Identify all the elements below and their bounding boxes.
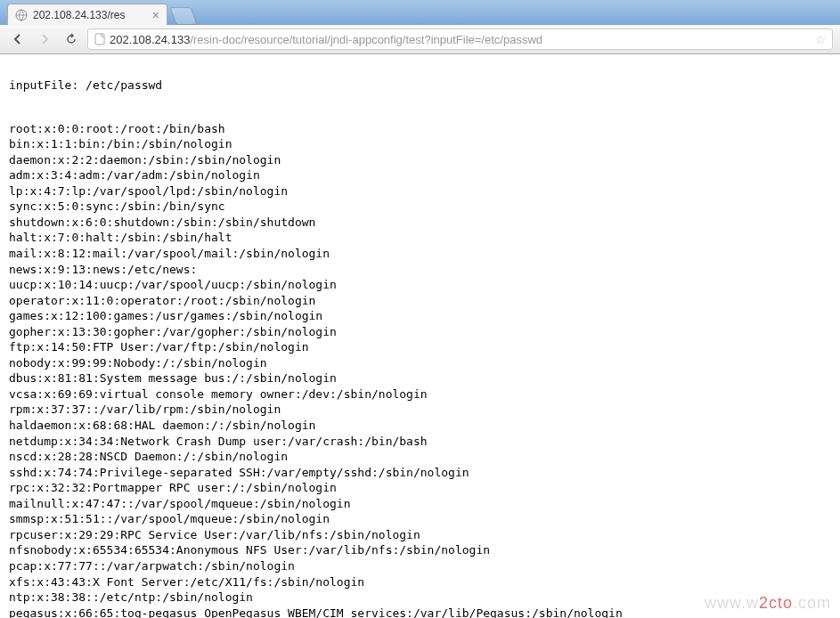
- browser-chrome: 202.108.24.133/res × 202.108.24.133/resi…: [0, 0, 840, 54]
- bookmark-star-icon[interactable]: ☆: [815, 32, 827, 46]
- tab-title: 202.108.24.133/res: [33, 9, 147, 21]
- svg-rect-1: [95, 34, 104, 45]
- tab-bar: 202.108.24.133/res ×: [0, 0, 840, 25]
- url-path: /resin-doc/resource/tutorial/jndi-appcon…: [190, 33, 542, 46]
- forward-button[interactable]: [34, 28, 55, 50]
- new-tab-button[interactable]: [169, 7, 197, 25]
- page-icon: [94, 33, 106, 45]
- url-bar[interactable]: 202.108.24.133/resin-doc/resource/tutori…: [87, 28, 833, 50]
- page-content: inputFile: /etc/passwd root:x:0:0:root:/…: [0, 54, 840, 618]
- url-text: 202.108.24.133/resin-doc/resource/tutori…: [110, 33, 811, 46]
- watermark-prefix: www.w: [705, 594, 759, 612]
- back-button[interactable]: [7, 28, 29, 50]
- watermark-suffix: .com: [793, 594, 831, 612]
- browser-tab[interactable]: 202.108.24.133/res ×: [7, 4, 167, 25]
- toolbar: 202.108.24.133/resin-doc/resource/tutori…: [0, 25, 840, 53]
- input-file-header: inputFile: /etc/passwd: [9, 77, 831, 94]
- watermark: www.w2cto.com: [705, 594, 831, 613]
- page-favicon: [15, 9, 28, 21]
- reload-button[interactable]: [61, 28, 82, 50]
- passwd-output: root:x:0:0:root:/root:/bin/bash bin:x:1:…: [9, 121, 831, 618]
- watermark-red: 2cto: [759, 594, 793, 612]
- url-host: 202.108.24.133: [110, 33, 190, 46]
- tab-close-button[interactable]: ×: [152, 9, 159, 21]
